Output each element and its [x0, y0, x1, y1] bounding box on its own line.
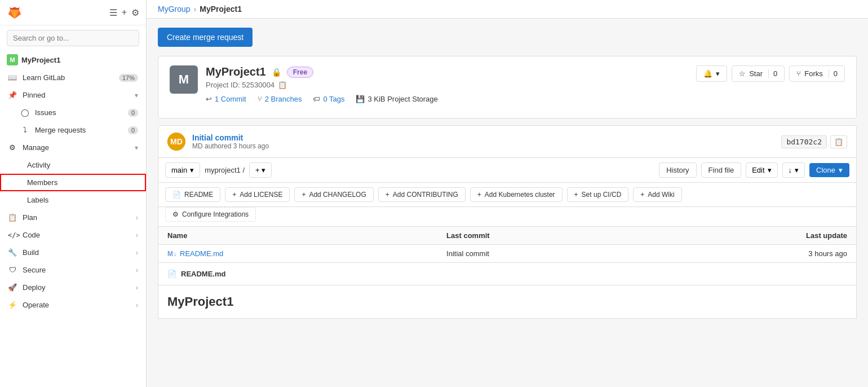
star-icon: ☆ [739, 69, 746, 78]
star-label: Star [749, 69, 763, 78]
sidebar-item-deploy[interactable]: 🚀 Deploy › [0, 279, 146, 296]
new-item-icon[interactable]: + [122, 7, 127, 18]
notifications-button[interactable]: 🔔 ▾ [696, 65, 727, 82]
sidebar-item-issues[interactable]: ◯ Issues 0 [0, 104, 146, 121]
sidebar-item-secure[interactable]: 🛡 Secure › [0, 261, 146, 279]
edit-button[interactable]: Edit ▾ [746, 162, 777, 178]
chevron-down-icon: ▾ [716, 69, 720, 78]
settings-icon[interactable]: ⚙ [131, 7, 139, 18]
star-button[interactable]: ☆ Star 0 [732, 65, 785, 82]
quick-action-add-kubernetes[interactable]: + Add Kubernetes cluster [470, 187, 563, 202]
commits-icon: ↩ [206, 95, 212, 103]
secure-chevron-icon: › [136, 266, 138, 274]
branches-icon: ⑂ [258, 95, 262, 103]
sidebar-item-build[interactable]: 🔧 Build › [0, 244, 146, 261]
commit-message[interactable]: Initial commit [192, 133, 774, 142]
sidebar-item-learn-gitlab[interactable]: 📖 Learn GitLab 17% [0, 69, 146, 86]
search-input[interactable] [7, 30, 139, 46]
project-id-text: Project ID: 52530004 [206, 81, 274, 89]
quick-action-add-license[interactable]: + Add LICENSE [225, 187, 290, 202]
storage-size: 3 KiB Project Storage [367, 95, 437, 103]
manage-chevron-icon: ▾ [135, 144, 138, 152]
add-kubernetes-icon: + [477, 191, 481, 199]
sidebar-item-label: Merge requests [35, 126, 86, 134]
history-button[interactable]: History [659, 162, 696, 178]
file-last-commit: Initial commit [446, 249, 489, 258]
build-icon: 🔧 [8, 248, 17, 257]
stat-tags: 🏷 0 Tags [313, 95, 344, 103]
sidebar-item-labels[interactable]: Labels [0, 191, 146, 209]
sidebar-item-code[interactable]: </> Code › [0, 226, 146, 244]
add-file-button[interactable]: + ▾ [249, 162, 272, 178]
add-license-icon: + [232, 191, 236, 199]
free-badge: Free [287, 67, 313, 78]
search-container [0, 25, 146, 51]
add-chevron-icon: ▾ [262, 166, 265, 174]
fork-icon: ⑂ [796, 69, 801, 78]
branches-count[interactable]: 2 Branches [265, 95, 302, 103]
create-merge-request-button[interactable]: Create merge request [158, 28, 253, 47]
sidebar-item-operate[interactable]: ⚡ Operate › [0, 296, 146, 314]
commits-count[interactable]: 1 Commit [215, 95, 246, 103]
sidebar-item-merge-requests[interactable]: ⤵ Merge requests 0 [0, 121, 146, 139]
add-changelog-icon: + [302, 191, 305, 199]
file-name-cell: M↓ README.md [158, 245, 438, 263]
project-avatar: M [7, 54, 18, 65]
quick-action-add-contributing[interactable]: + Add CONTRIBUTING [378, 187, 466, 202]
plan-chevron-icon: › [136, 214, 138, 222]
pinned-icon: 📌 [8, 91, 17, 99]
quick-action-readme[interactable]: 📄 README [165, 187, 220, 202]
find-file-button[interactable]: Find file [701, 162, 742, 178]
markdown-file-icon: M↓ [167, 250, 176, 258]
operate-chevron-icon: › [136, 301, 138, 309]
file-table-header-row: Name Last commit Last update [158, 227, 857, 245]
add-wiki-icon: + [640, 191, 644, 199]
quick-action-add-wiki[interactable]: + Add Wiki [633, 187, 681, 202]
pinned-chevron-icon: ▾ [135, 91, 138, 99]
commit-section: MD Initial commit MD authored 3 hours ag… [158, 125, 857, 158]
quick-action-configure-integrations[interactable]: ⚙ Configure Integrations [165, 207, 256, 222]
tags-count[interactable]: 0 Tags [323, 95, 344, 103]
col-header-commit: Last commit [437, 227, 717, 245]
breadcrumb-group[interactable]: MyGroup [158, 5, 191, 14]
copy-hash-button[interactable]: 📋 [830, 135, 847, 148]
forks-button[interactable]: ⑂ Forks 0 [789, 65, 845, 82]
commit-time: authored 3 hours ago [205, 142, 269, 150]
topbar: MyGroup › MyProject1 [147, 0, 868, 19]
copy-id-icon[interactable]: 📋 [278, 81, 287, 89]
branch-chevron-icon: ▾ [190, 166, 194, 174]
deploy-chevron-icon: › [136, 284, 138, 292]
gitlab-logo[interactable] [7, 5, 23, 20]
project-header: M MyProject1 🔒 Free Project ID: 52530004… [158, 56, 857, 118]
sidebar-toggle-icon[interactable]: ☰ [109, 7, 117, 18]
project-actions: 🔔 ▾ ☆ Star 0 ⑂ Forks 0 [696, 65, 845, 82]
project-avatar-large: M [170, 65, 198, 94]
clone-button[interactable]: Clone ▾ [809, 163, 849, 177]
sidebar-item-plan[interactable]: 📋 Plan › [0, 209, 146, 226]
operate-icon: ⚡ [8, 301, 17, 309]
file-link[interactable]: M↓ README.md [167, 249, 428, 258]
project-name-label: MyProject1 [21, 56, 60, 64]
quick-action-setup-cicd[interactable]: + Set up CI/CD [567, 187, 629, 202]
deploy-icon: 🚀 [8, 283, 17, 292]
qa-label: Configure Integrations [182, 210, 249, 218]
quick-action-add-changelog[interactable]: + Add CHANGELOG [294, 187, 373, 202]
download-button[interactable]: ↓ ▾ [782, 162, 805, 178]
sidebar-item-activity[interactable]: Activity [0, 156, 146, 174]
sidebar-item-label: Members [27, 178, 57, 187]
file-toolbar: main ▾ myproject1 / + ▾ History Find fil… [158, 158, 857, 183]
path-breadcrumb: myproject1 / [205, 166, 245, 174]
qa-label: Add CHANGELOG [309, 191, 366, 199]
sidebar-item-manage[interactable]: ⚙ Manage ▾ [0, 139, 146, 156]
add-icon: + [255, 166, 260, 174]
star-count: 0 [768, 69, 777, 78]
learn-gitlab-badge: 17% [119, 74, 138, 82]
branch-selector[interactable]: main ▾ [165, 162, 200, 178]
content-area: Create merge request M MyProject1 🔒 Free… [147, 19, 868, 387]
sidebar-item-pinned[interactable]: 📌 Pinned ▾ [0, 86, 146, 104]
avatar-svg: MD [167, 133, 185, 151]
stat-storage: 💾 3 KiB Project Storage [356, 95, 437, 103]
col-header-update: Last update [717, 227, 857, 245]
qa-label: Add Kubernetes cluster [485, 191, 555, 199]
sidebar-item-members[interactable]: Members [0, 174, 146, 191]
